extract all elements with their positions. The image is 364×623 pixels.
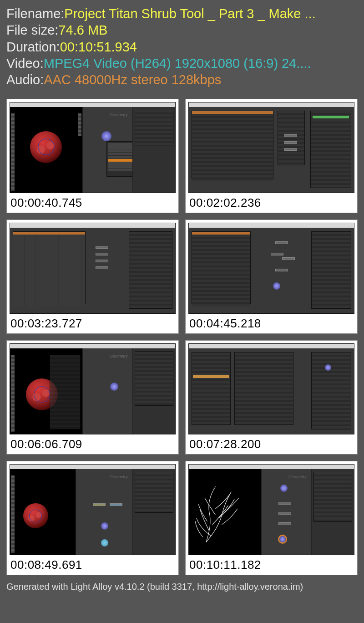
video-value: MPEG4 Video (H264) 1920x1080 (16:9) 24..…	[44, 55, 311, 71]
generator-footer: Generated with Light Alloy v4.10.2 (buil…	[0, 579, 364, 598]
duration-value: 00:10:51.934	[60, 39, 137, 55]
thumbnail-timestamp: 00:03:23.727	[7, 314, 178, 333]
thumbnail-image: Geometry	[10, 464, 176, 555]
video-label: Video:	[6, 55, 44, 71]
filesize-label: File size:	[6, 22, 58, 38]
thumbnail-image	[188, 343, 354, 434]
thumbnail-card: 00:03:23.727	[6, 220, 179, 334]
thumbnail-timestamp: 00:06:06.709	[7, 434, 178, 454]
thumbnail-image: Geometry	[188, 464, 354, 555]
thumbnail-image: Geometry	[10, 343, 176, 434]
duration-label: Duration:	[6, 39, 60, 55]
filename-row: Filename: Project Titan Shrub Tool _ Par…	[6, 5, 358, 22]
filename-value: Project Titan Shrub Tool _ Part 3 _ Make…	[64, 5, 315, 22]
thumbnail-timestamp: 00:04:45.218	[186, 314, 357, 333]
thumbnail-timestamp: 00:02:02.236	[186, 193, 357, 213]
audio-value: AAC 48000Hz stereo 128kbps	[44, 71, 221, 88]
thumbnail-card: Geometry 00:08:49.691	[6, 461, 179, 575]
thumbnail-image: Geometry	[10, 102, 176, 193]
thumbnail-card: 00:02:02.236	[185, 99, 358, 213]
filesize-row: File size: 74.6 MB	[6, 22, 358, 38]
thumbnail-image	[10, 223, 176, 314]
thumbnail-card: Geometry 00:10:11.182	[185, 461, 358, 575]
thumbnail-card: Geometry 00:00:40.745	[6, 99, 179, 213]
thumbnail-card: 00:04:45.218	[185, 220, 358, 334]
duration-row: Duration: 00:10:51.934	[6, 39, 358, 55]
thumbnail-image	[188, 102, 354, 193]
thumbnail-timestamp: 00:10:11.182	[186, 555, 357, 575]
thumbnail-timestamp: 00:07:28.200	[186, 434, 357, 454]
video-row: Video: MPEG4 Video (H264) 1920x1080 (16:…	[6, 55, 358, 71]
filename-label: Filename:	[6, 5, 64, 22]
thumbnail-card: 00:07:28.200	[185, 340, 358, 454]
audio-row: Audio: AAC 48000Hz stereo 128kbps	[6, 71, 358, 88]
filesize-value: 74.6 MB	[58, 22, 107, 38]
thumbnail-timestamp: 00:00:40.745	[7, 193, 178, 213]
thumbnail-image	[188, 223, 354, 314]
file-info-block: Filename: Project Titan Shrub Tool _ Par…	[0, 0, 364, 92]
thumbnail-timestamp: 00:08:49.691	[7, 555, 178, 575]
thumbnail-grid: Geometry 00:00:40.745	[0, 96, 364, 579]
audio-label: Audio:	[6, 71, 44, 88]
thumbnail-card: Geometry 00:06:06.709	[6, 340, 179, 454]
